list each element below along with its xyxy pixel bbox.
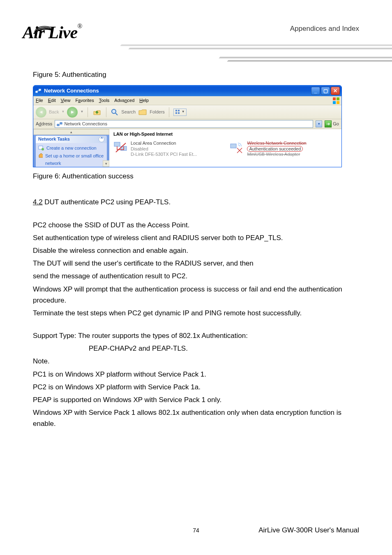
- svg-rect-12: [57, 124, 59, 126]
- views-button[interactable]: ▼: [173, 109, 187, 116]
- new-connection-icon: [38, 145, 44, 150]
- search-label[interactable]: Search: [121, 109, 136, 116]
- minimize-button[interactable]: _: [311, 87, 320, 95]
- svg-rect-2: [333, 97, 336, 100]
- back-label: Back: [49, 109, 59, 116]
- svg-rect-0: [35, 91, 38, 93]
- svg-line-7: [115, 113, 118, 115]
- doc-title-footer: AirLive GW-300R User's Manual: [258, 526, 359, 534]
- tasks-header[interactable]: Network Tasks ⌃: [36, 136, 107, 143]
- address-bar: Address Network Connections ▾ ➔ Go: [33, 119, 341, 129]
- section-title: Appendices and Index: [290, 25, 359, 33]
- svg-point-6: [112, 109, 116, 113]
- menu-tools[interactable]: Tools: [99, 97, 110, 104]
- svg-rect-11: [178, 112, 180, 114]
- task-setup-network[interactable]: Set up a home or small office network: [38, 153, 104, 167]
- tasks-sidebar: ▴ Network Tasks ⌃ Create a new connectio…: [33, 129, 109, 167]
- menu-file[interactable]: File: [36, 97, 43, 104]
- wireless-connection-item[interactable]: Wireless Network Connection Authenticati…: [230, 141, 306, 157]
- address-dropdown[interactable]: ▾: [316, 120, 322, 127]
- wifi-device: MiniUSB Wireless Adapter: [247, 152, 306, 157]
- menu-help[interactable]: Help: [139, 97, 149, 104]
- menu-view[interactable]: View: [61, 97, 71, 104]
- window-title: Network Connections: [44, 87, 99, 95]
- search-icon[interactable]: [111, 108, 119, 116]
- close-button[interactable]: ✕: [331, 87, 340, 95]
- svg-rect-5: [337, 101, 339, 104]
- svg-rect-4: [333, 101, 336, 104]
- folders-icon[interactable]: [138, 108, 147, 116]
- figure5-caption: Figure 5: Authenticating: [33, 69, 360, 80]
- address-input[interactable]: Network Connections: [55, 120, 313, 128]
- address-value: Network Connections: [64, 120, 107, 128]
- menu-edit[interactable]: Edit: [48, 97, 56, 104]
- svg-rect-13: [60, 123, 62, 124]
- svg-rect-8: [175, 110, 177, 111]
- body-text: 4.2 DUT authenticate PC2 using PEAP-TLS.…: [33, 197, 360, 429]
- svg-rect-10: [175, 112, 177, 114]
- svg-rect-9: [178, 110, 180, 111]
- maximize-button[interactable]: ▢: [321, 87, 330, 95]
- lan-icon: [113, 141, 127, 155]
- menu-favorites[interactable]: Favorites: [75, 97, 94, 104]
- lan-connection-item[interactable]: Local Area Connection Disabled D-Link DF…: [113, 141, 197, 157]
- go-label: Go: [333, 120, 339, 128]
- svg-rect-16: [114, 142, 120, 146]
- network-icon: [35, 88, 42, 94]
- forward-button[interactable]: ►: [67, 107, 78, 118]
- svg-rect-3: [337, 97, 339, 100]
- go-button[interactable]: ➔ Go: [325, 120, 339, 128]
- collapse-icon[interactable]: ⌃: [99, 136, 104, 142]
- wireless-icon: [230, 141, 244, 155]
- back-button[interactable]: ◄: [36, 107, 46, 118]
- wifi-name: Wireless Network Connection: [247, 141, 306, 146]
- lan-status: Disabled: [131, 146, 197, 152]
- windows-flag-icon: [332, 97, 340, 104]
- up-folder-icon[interactable]: [92, 107, 102, 117]
- views-icon: [175, 109, 181, 115]
- page-number: 74: [193, 527, 199, 534]
- go-arrow-icon: ➔: [325, 120, 332, 127]
- svg-rect-19: [231, 144, 236, 148]
- svg-rect-1: [39, 89, 41, 91]
- connections-pane: LAN or High-Speed Internet Local Area Co…: [109, 129, 341, 167]
- addr-network-icon: [57, 121, 62, 127]
- lan-name: Local Area Connection: [131, 141, 197, 146]
- lan-device: D-Link DFE-530TX PCI Fast Et...: [131, 152, 197, 157]
- home-network-icon: [38, 153, 43, 158]
- toolbar: ◄ Back ▼ ► ▼ Search Folders ▼: [33, 105, 341, 119]
- svg-point-15: [42, 148, 44, 150]
- address-label: Address: [36, 120, 52, 128]
- scroll-up-button[interactable]: ▴: [33, 129, 109, 135]
- category-header: LAN or High-Speed Internet: [113, 131, 337, 138]
- brand-logo: Air Live®: [23, 23, 82, 42]
- section-4-2-label: 4.2: [33, 198, 43, 206]
- menubar: File Edit View Favorites Tools Advanced …: [33, 96, 341, 105]
- figure6-caption: Figure 6: Authentication success: [33, 171, 360, 182]
- folders-label[interactable]: Folders: [150, 109, 165, 116]
- window-titlebar[interactable]: Network Connections _ ▢ ✕: [33, 86, 341, 96]
- wifi-status: Authentication succeeded: [247, 146, 303, 152]
- task-create-new-connection[interactable]: Create a new connection: [38, 145, 104, 152]
- header-stripes: [145, 37, 392, 62]
- network-connections-window: Network Connections _ ▢ ✕ File Edit View…: [33, 85, 342, 167]
- menu-advanced[interactable]: Advanced: [114, 97, 134, 104]
- scroll-down-button[interactable]: ▾: [103, 160, 109, 167]
